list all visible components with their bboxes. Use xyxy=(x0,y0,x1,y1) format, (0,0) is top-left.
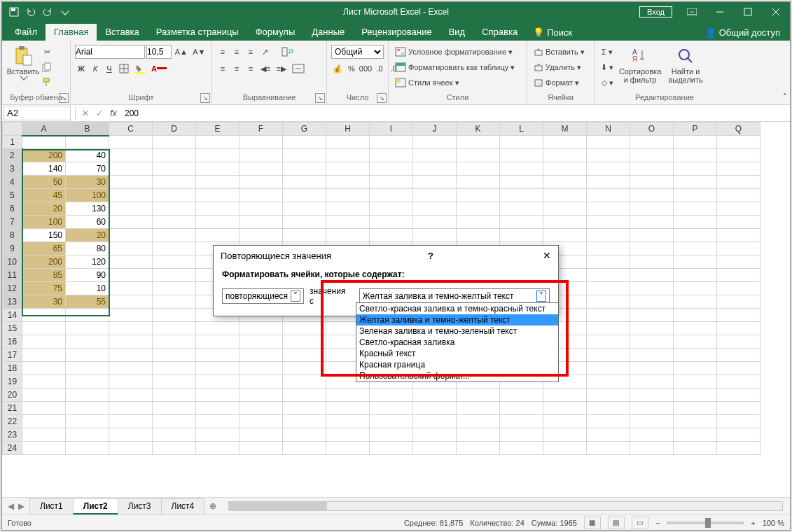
cell-G4[interactable] xyxy=(283,176,326,189)
cell-L24[interactable] xyxy=(500,442,543,455)
cell-C5[interactable] xyxy=(109,189,153,202)
cell-O1[interactable] xyxy=(630,136,674,149)
cell-E7[interactable] xyxy=(196,216,239,229)
format-cells-button[interactable]: Формат ▾ xyxy=(532,76,590,90)
tab-справка[interactable]: Справка xyxy=(473,24,526,41)
cell-K4[interactable] xyxy=(457,176,500,189)
cell-G3[interactable] xyxy=(283,162,326,176)
cell-C1[interactable] xyxy=(109,136,153,149)
cell-G7[interactable] xyxy=(283,216,326,229)
cell-F23[interactable] xyxy=(239,428,283,442)
row-header-4[interactable]: 4 xyxy=(3,176,22,189)
cell-Q23[interactable] xyxy=(717,428,760,442)
comma-icon[interactable]: 000 xyxy=(359,62,372,76)
cell-A18[interactable] xyxy=(22,362,66,375)
cell-A22[interactable] xyxy=(22,415,66,428)
cell-J23[interactable] xyxy=(413,428,457,442)
cell-D13[interactable] xyxy=(153,295,196,309)
cell-O12[interactable] xyxy=(630,282,674,295)
cell-A13[interactable]: 30 xyxy=(22,295,66,309)
cell-C7[interactable] xyxy=(109,216,153,229)
cell-B2[interactable]: 40 xyxy=(66,149,109,162)
cell-F2[interactable] xyxy=(239,149,283,162)
cell-D3[interactable] xyxy=(153,162,196,176)
cell-D20[interactable] xyxy=(153,388,196,402)
maximize-icon[interactable] xyxy=(734,2,762,22)
cell-M8[interactable] xyxy=(543,229,587,242)
cell-D18[interactable] xyxy=(153,362,196,375)
cell-N12[interactable] xyxy=(587,282,630,295)
cell-M4[interactable] xyxy=(543,176,587,189)
increase-font-icon[interactable]: A▲ xyxy=(173,45,190,59)
ribbon-options-icon[interactable] xyxy=(678,2,706,22)
cell-D14[interactable] xyxy=(153,309,196,322)
cell-C14[interactable] xyxy=(109,309,153,322)
enter-formula-icon[interactable]: ✓ xyxy=(92,108,106,118)
insert-cells-button[interactable]: Вставить ▾ xyxy=(532,45,590,59)
clipboard-launcher-icon[interactable]: ↘ xyxy=(59,93,69,103)
cell-I3[interactable] xyxy=(370,162,413,176)
cell-G23[interactable] xyxy=(283,428,326,442)
tab-вид[interactable]: Вид xyxy=(440,24,474,41)
cell-B3[interactable]: 70 xyxy=(66,162,109,176)
cell-A12[interactable]: 75 xyxy=(22,282,66,295)
cell-F24[interactable] xyxy=(239,442,283,455)
cell-Q2[interactable] xyxy=(717,149,760,162)
horizontal-scrollbar[interactable] xyxy=(221,501,790,511)
cell-O15[interactable] xyxy=(630,322,674,335)
cell-N19[interactable] xyxy=(587,375,630,388)
view-normal-icon[interactable]: ▦ xyxy=(584,517,601,529)
zoom-out-icon[interactable]: − xyxy=(655,519,660,527)
autosum-icon[interactable]: Σ ▾ xyxy=(599,45,616,59)
cell-C2[interactable] xyxy=(109,149,153,162)
cell-F6[interactable] xyxy=(239,202,283,216)
cell-I8[interactable] xyxy=(370,229,413,242)
sheet-nav-next-icon[interactable]: ▶ xyxy=(18,501,25,511)
find-select-button[interactable]: Найти и выделить xyxy=(665,42,707,90)
alignment-launcher-icon[interactable]: ↘ xyxy=(315,93,325,103)
row-header-7[interactable]: 7 xyxy=(3,216,22,229)
bold-button[interactable]: Ж xyxy=(75,62,88,76)
cell-O16[interactable] xyxy=(630,335,674,349)
align-center-icon[interactable]: ≡ xyxy=(230,62,243,76)
cell-O19[interactable] xyxy=(630,375,674,388)
cell-G20[interactable] xyxy=(283,388,326,402)
dialog-close-icon[interactable]: ✕ xyxy=(543,250,551,261)
col-header-B[interactable]: B xyxy=(66,122,109,136)
cell-L20[interactable] xyxy=(500,388,543,402)
cell-D24[interactable] xyxy=(153,442,196,455)
login-button[interactable]: Вход xyxy=(639,6,672,18)
cell-G8[interactable] xyxy=(283,229,326,242)
cell-K6[interactable] xyxy=(457,202,500,216)
cell-M22[interactable] xyxy=(543,415,587,428)
cell-G19[interactable] xyxy=(283,375,326,388)
cell-P4[interactable] xyxy=(674,176,717,189)
cell-O14[interactable] xyxy=(630,309,674,322)
cell-A11[interactable]: 85 xyxy=(22,269,66,282)
cell-F8[interactable] xyxy=(239,229,283,242)
cell-D10[interactable] xyxy=(153,255,196,269)
cell-C17[interactable] xyxy=(109,349,153,362)
cell-B8[interactable]: 20 xyxy=(66,229,109,242)
cell-N15[interactable] xyxy=(587,322,630,335)
cell-E20[interactable] xyxy=(196,388,239,402)
cell-B24[interactable] xyxy=(66,442,109,455)
cell-F19[interactable] xyxy=(239,375,283,388)
cell-D1[interactable] xyxy=(153,136,196,149)
col-header-M[interactable]: M xyxy=(543,122,587,136)
cell-N11[interactable] xyxy=(587,269,630,282)
cell-F15[interactable] xyxy=(239,322,283,335)
cell-I4[interactable] xyxy=(370,176,413,189)
cell-K22[interactable] xyxy=(457,415,500,428)
cell-A6[interactable]: 20 xyxy=(22,202,66,216)
cell-C13[interactable] xyxy=(109,295,153,309)
cell-A21[interactable] xyxy=(22,402,66,415)
cell-A10[interactable]: 200 xyxy=(22,255,66,269)
cell-B6[interactable]: 130 xyxy=(66,202,109,216)
cell-B22[interactable] xyxy=(66,415,109,428)
cell-N20[interactable] xyxy=(587,388,630,402)
cell-B14[interactable] xyxy=(66,309,109,322)
format-option-4[interactable]: Красный текст xyxy=(356,348,558,359)
zoom-in-icon[interactable]: + xyxy=(751,519,755,527)
cell-B5[interactable]: 100 xyxy=(66,189,109,202)
